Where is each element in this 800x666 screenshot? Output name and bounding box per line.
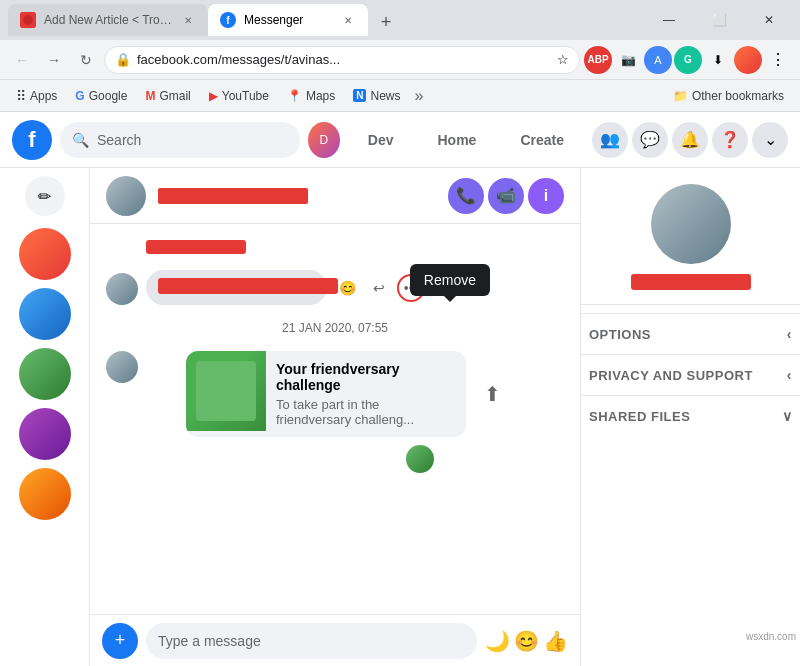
tab-1[interactable]: Add New Article < Troubles ✕ <box>8 4 208 36</box>
help-icon-btn[interactable]: ❓ <box>712 122 748 158</box>
chat-header-icons: 📞 📹 i <box>448 178 564 214</box>
download-icon[interactable]: ⬇ <box>704 46 732 74</box>
chat-input-area: + Type a message 🌙 😊 👍 <box>90 614 580 666</box>
notifications-icon-btn[interactable]: 🔔 <box>672 122 708 158</box>
chat-header: 📞 📹 i <box>90 168 580 224</box>
maximize-button[interactable]: ⬜ <box>696 5 742 35</box>
emoji-reaction-button[interactable]: 😊 <box>333 274 361 302</box>
moon-icon[interactable]: 🌙 <box>485 629 510 653</box>
window-controls: — ⬜ ✕ <box>646 5 792 35</box>
fb-nav-icons: 👥 💬 🔔 ❓ ⌄ <box>592 122 788 158</box>
video-call-button[interactable]: 📹 <box>488 178 524 214</box>
minimize-button[interactable]: — <box>646 5 692 35</box>
contact-avatar-2[interactable] <box>19 288 71 340</box>
options-chevron: ‹ <box>787 326 792 342</box>
friendversary-image <box>186 351 266 431</box>
friendversary-description: To take part in the friendversary challe… <box>276 397 456 427</box>
bookmark-youtube[interactable]: ▶ YouTube <box>201 84 277 108</box>
shared-files-label: SHARED FILES <box>589 409 690 424</box>
options-section-button[interactable]: OPTIONS ‹ <box>581 313 800 354</box>
privacy-section-button[interactable]: PRIVACY AND SUPPORT ‹ <box>581 354 800 395</box>
friendversary-with-share: Your friendversary challenge To take par… <box>146 351 510 437</box>
forward-button[interactable]: → <box>40 46 68 74</box>
back-button[interactable]: ← <box>8 46 36 74</box>
facebook-search-bar[interactable]: 🔍 Search <box>60 122 300 158</box>
google-favicon: G <box>75 89 84 103</box>
user-avatar[interactable]: D <box>308 122 340 158</box>
apps-icon: ⠿ <box>16 88 26 104</box>
contact-avatar-5[interactable] <box>19 468 71 520</box>
new-tab-button[interactable]: + <box>372 8 400 36</box>
grammarly-icon[interactable]: G <box>674 46 702 74</box>
nav-link-create[interactable]: Create <box>500 124 584 156</box>
address-bar[interactable]: 🔒 facebook.com/messages/t/avinas... ☆ <box>104 46 580 74</box>
adblock-icon[interactable]: ABP <box>584 46 612 74</box>
nav-link-dev[interactable]: Dev <box>348 124 414 156</box>
message-row-1: 😊 ↩ ••• <box>106 270 564 305</box>
friends-icon-btn[interactable]: 👥 <box>592 122 628 158</box>
star-icon[interactable]: ☆ <box>557 52 569 67</box>
shared-files-section-button[interactable]: SHARED FILES ∨ <box>581 395 800 436</box>
facebook-logo: f <box>12 120 52 160</box>
reaction-avatar <box>406 445 434 473</box>
bookmark-gmail[interactable]: M Gmail <box>137 84 198 108</box>
input-icons: 🌙 😊 👍 <box>485 629 568 653</box>
contact-avatar-4[interactable] <box>19 408 71 460</box>
tab-2[interactable]: f Messenger ✕ <box>208 4 368 36</box>
translate-icon[interactable]: A <box>644 46 672 74</box>
bookmark-apps[interactable]: ⠿ Apps <box>8 84 65 108</box>
reply-button[interactable]: ↩ <box>365 274 393 302</box>
tab-1-close[interactable]: ✕ <box>180 12 196 28</box>
info-button[interactable]: i <box>528 178 564 214</box>
bookmark-maps[interactable]: 📍 Maps <box>279 84 343 108</box>
camera-icon[interactable]: 📷 <box>614 46 642 74</box>
friendversary-row: Your friendversary challenge To take par… <box>106 351 564 437</box>
expand-icon-btn[interactable]: ⌄ <box>752 122 788 158</box>
more-bookmarks-button[interactable]: » <box>411 87 428 105</box>
reaction-indicator <box>406 445 564 473</box>
close-button[interactable]: ✕ <box>746 5 792 35</box>
chat-contact-name <box>158 188 308 204</box>
youtube-favicon: ▶ <box>209 89 218 103</box>
message-input[interactable]: Type a message <box>146 623 477 659</box>
message-input-placeholder: Type a message <box>158 633 261 649</box>
chat-name-block <box>158 188 436 204</box>
right-panel-divider <box>581 304 800 305</box>
more-options-icon[interactable]: ⋮ <box>764 46 792 74</box>
thumbs-up-icon[interactable]: 👍 <box>543 629 568 653</box>
right-panel-avatar <box>651 184 731 264</box>
privacy-chevron: ‹ <box>787 367 792 383</box>
tab-2-close[interactable]: ✕ <box>340 12 356 28</box>
news-favicon: N <box>353 89 366 102</box>
message-bubble-1 <box>146 270 327 305</box>
contact-avatar-3[interactable] <box>19 348 71 400</box>
search-icon: 🔍 <box>72 132 89 148</box>
left-sidebar: ✏ <box>0 168 90 666</box>
chat-messages: Remove 😊 ↩ ••• <box>90 224 580 614</box>
right-panel-name <box>631 274 751 290</box>
maps-favicon: 📍 <box>287 89 302 103</box>
tab-1-title: Add New Article < Troubles <box>44 13 172 27</box>
friendversary-card: Your friendversary challenge To take par… <box>186 351 466 437</box>
nav-link-home[interactable]: Home <box>418 124 497 156</box>
svg-point-0 <box>23 15 33 25</box>
folder-icon: 📁 <box>673 89 688 103</box>
add-attachment-button[interactable]: + <box>102 623 138 659</box>
bookmark-google[interactable]: G Google <box>67 84 135 108</box>
friendversary-title: Your friendversary challenge <box>276 361 456 393</box>
watermark: wsxdn.com <box>746 631 796 642</box>
call-button[interactable]: 📞 <box>448 178 484 214</box>
bookmark-news[interactable]: N News <box>345 84 408 108</box>
contact-avatar-1[interactable] <box>19 228 71 280</box>
right-panel: OPTIONS ‹ PRIVACY AND SUPPORT ‹ SHARED F… <box>580 168 800 666</box>
messenger-icon-btn[interactable]: 💬 <box>632 122 668 158</box>
gmail-favicon: M <box>145 89 155 103</box>
tab-group: Add New Article < Troubles ✕ f Messenger… <box>8 4 642 36</box>
compose-button[interactable]: ✏ <box>25 176 65 216</box>
share-button[interactable]: ⬆ <box>474 376 510 412</box>
other-bookmarks-folder[interactable]: 📁 Other bookmarks <box>665 84 792 108</box>
refresh-button[interactable]: ↻ <box>72 46 100 74</box>
emoji-icon[interactable]: 😊 <box>514 629 539 653</box>
profile-icon[interactable] <box>734 46 762 74</box>
options-label: OPTIONS <box>589 327 651 342</box>
